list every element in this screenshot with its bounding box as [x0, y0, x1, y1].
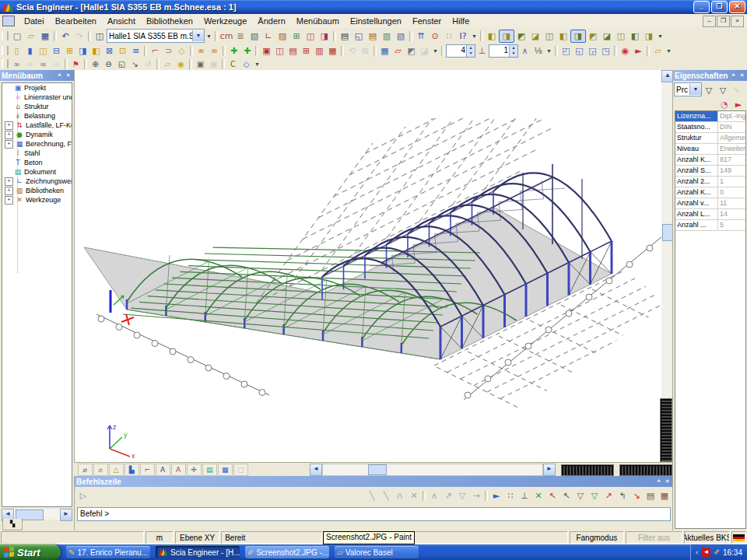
toolbar-dropdown-icon[interactable]: ▼ [470, 30, 479, 42]
view-mode-6-icon[interactable]: ◧ [556, 30, 570, 42]
window-layout-icon[interactable]: ◫ [93, 30, 107, 42]
link-3-icon[interactable]: ∞ [37, 59, 50, 69]
light-icon[interactable]: ◉ [174, 59, 188, 69]
report-icon[interactable]: ▧ [394, 30, 408, 42]
clip-slider-horizontal-1[interactable] [561, 464, 614, 476]
section-b4-icon[interactable]: ⊞ [300, 45, 313, 57]
zoom-window-icon[interactable]: ◱ [115, 59, 128, 69]
section-b6-icon[interactable]: ▦ [326, 45, 339, 57]
layers-icon[interactable]: ≣ [233, 30, 247, 42]
select-up-icon[interactable]: ∧ [427, 490, 441, 502]
menu-ndern[interactable]: Ändern [252, 16, 290, 26]
clip-slider-horizontal-2[interactable] [619, 464, 672, 476]
mdi-close-button[interactable]: × [731, 16, 744, 27]
zoom-in-icon[interactable]: ⊕ [89, 59, 102, 69]
slab-icon[interactable]: ≡ [129, 45, 142, 57]
expand-icon[interactable]: + [5, 121, 13, 130]
palette-icon[interactable]: ▨ [275, 30, 289, 42]
table-icon[interactable]: ▦ [218, 464, 233, 476]
picture-icon[interactable]: ▥ [380, 30, 394, 42]
axes-cross-icon[interactable]: ✛ [187, 464, 202, 476]
sidebar-item-werkzeuge[interactable]: +✕Werkzeuge [2, 195, 72, 205]
property-row[interactable]: Anzahl S...149 [675, 166, 745, 177]
menu-datei[interactable]: Datei [19, 16, 50, 26]
link-1-icon[interactable]: ∞ [10, 59, 23, 69]
clip-1-icon[interactable]: ⌀ [78, 464, 93, 476]
wall-icon[interactable]: ◧ [89, 45, 103, 57]
sidebar-item-lastfllelfkc[interactable]: +⇅Lastfälle, LF-Kc [2, 121, 72, 130]
window-1-icon[interactable]: ◰ [559, 45, 573, 57]
expand-icon[interactable]: + [5, 177, 13, 186]
select-down-icon[interactable]: ▽ [455, 490, 469, 502]
export-icon[interactable]: ⇈ [414, 30, 428, 42]
snap-table-icon[interactable]: ▤ [644, 490, 658, 502]
snap-ortho-icon[interactable]: ↰ [615, 490, 630, 502]
model-viewport[interactable]: zxy [74, 70, 662, 462]
close-panel-icon[interactable]: × [738, 72, 746, 80]
view-mode-1-icon[interactable]: ◧ [485, 30, 499, 42]
property-row[interactable]: Anzahl 2...1 [675, 177, 745, 187]
pie-chart-icon[interactable]: ◔ [717, 99, 731, 110]
folder-yellow-icon[interactable]: ▱ [161, 59, 174, 69]
haunch-icon[interactable]: ⊟ [50, 45, 63, 57]
window-4-icon[interactable]: ◳ [599, 45, 612, 57]
property-row[interactable]: Staatsno...DIN [675, 122, 745, 133]
text-a-icon[interactable]: A [156, 464, 170, 476]
toolbar-dropdown-icon[interactable]: ▼ [656, 30, 665, 42]
snap-midpoint-icon[interactable]: ↖ [559, 490, 573, 502]
ruler-icon[interactable]: △ [109, 464, 124, 476]
filter-flash-icon[interactable]: ▽ [716, 85, 730, 96]
select-arrow-icon[interactable]: ▷ [76, 490, 90, 502]
chart-icon[interactable]: ▙ [124, 464, 139, 476]
snap-node2-icon[interactable]: ▽ [587, 490, 601, 502]
menu-menbaum[interactable]: Menübaum [291, 16, 345, 26]
palette-red-icon[interactable]: ◉ [619, 45, 632, 57]
hscroll-right-icon[interactable]: ► [543, 464, 556, 476]
sidebar-item-dynamik[interactable]: +●Dynamik [2, 130, 72, 139]
hscroll-left-icon[interactable]: ◄ [310, 464, 322, 476]
menu-fenster[interactable]: Fenster [407, 16, 447, 26]
cursor-snap-icon[interactable]: ► [489, 490, 503, 502]
filter-members-icon[interactable]: ◩ [405, 45, 418, 57]
taskbar-button-screenshot2jpg[interactable]: ✐Screenshot2.JPG -... [245, 546, 329, 558]
property-row[interactable]: Lizenzna...Dipl.-Ing... [675, 111, 745, 122]
expand-icon[interactable]: + [5, 196, 13, 205]
menu-ansicht[interactable]: Ansicht [102, 16, 141, 26]
fly-mode-icon[interactable]: ► [632, 45, 645, 57]
select-path-icon[interactable]: → [469, 490, 483, 502]
chevron-down-icon[interactable]: ▼ [689, 84, 701, 95]
box-3d-icon[interactable]: ◇ [240, 59, 253, 69]
taskbar-button-sciaengineerh[interactable]: Scia Engineer - [H... [156, 546, 240, 558]
print-preview-icon[interactable]: ◱ [352, 30, 366, 42]
sidebar-item-zeichnungswer[interactable]: +∟Zeichnungswer [2, 177, 72, 186]
section-b2-icon[interactable]: ◫ [273, 45, 286, 57]
snap-grid-icon[interactable]: ∷ [503, 490, 517, 502]
sidebar-item-berechnungfi[interactable]: +▦Berechnung, FI [2, 139, 72, 149]
snap-endpoint-icon[interactable]: ↖ [545, 490, 559, 502]
view-mode-9-icon[interactable]: ◪ [600, 30, 614, 42]
properties-filter-combo[interactable]: Prc▼ [674, 82, 702, 96]
section-b5-icon[interactable]: ▥ [313, 45, 326, 57]
taskbar-button-valorecbasel[interactable]: ▱Valorec Basel [335, 546, 419, 558]
vscroll-thumb[interactable] [662, 224, 673, 241]
hscroll-thumb[interactable] [368, 464, 387, 475]
scale-icon[interactable]: ⊥ [475, 45, 489, 57]
view-mode-7-icon[interactable]: ◨ [570, 30, 586, 43]
start-button[interactable]: Start [0, 544, 61, 560]
document-icon[interactable]: ▤ [366, 30, 380, 42]
cross-section-icon[interactable]: ⊞ [63, 45, 76, 57]
draw-line-icon[interactable]: ╲ [365, 490, 379, 502]
snap-intersect-icon[interactable]: ✕ [531, 490, 545, 502]
command-input[interactable]: Befehl > [77, 507, 671, 521]
close-panel-icon[interactable]: × [663, 478, 672, 486]
connect-icon[interactable]: ⌐ [149, 45, 162, 57]
select-dir-icon[interactable]: ↗ [441, 490, 455, 502]
sidebar-item-stahl[interactable]: IStahl [2, 149, 72, 158]
tree-horizontal-scrollbar[interactable]: ◄ ► [2, 509, 72, 520]
import-icon[interactable]: ▱ [391, 45, 405, 57]
storage-icon[interactable]: ▦ [378, 45, 391, 57]
filter-icon[interactable]: ▽ [702, 85, 716, 96]
hinge-icon[interactable]: ⊃ [162, 45, 175, 57]
expand-icon[interactable]: + [5, 131, 13, 139]
view-mode-12-icon[interactable]: ◨ [642, 30, 656, 42]
